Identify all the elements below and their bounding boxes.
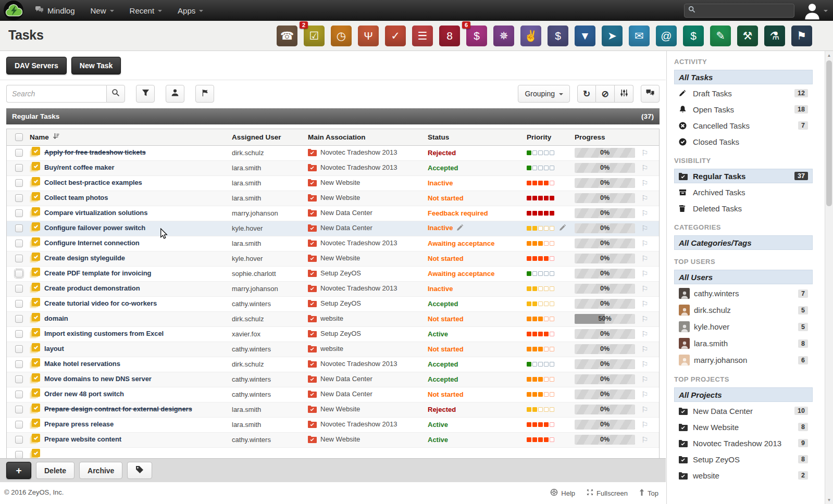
table-row[interactable]: Move domains to new DNS servercathy.wint… [7,372,659,387]
sidebar-item-setup-zeyos[interactable]: Setup ZeyOS8 [674,452,813,467]
filter-button[interactable] [136,85,155,103]
nav-item-recent[interactable]: Recent [122,0,170,21]
flag-icon[interactable]: ⚐ [641,420,648,429]
projects-icon[interactable]: ✓ [385,26,406,46]
association-link[interactable]: Setup ZeyOS [320,269,361,277]
table-row[interactable]: Compare virtualization solutionsmarry.jo… [7,206,659,221]
association-link[interactable]: Novotec Tradeshow 2013 [320,163,397,171]
task-name-link[interactable]: Collect best-practice examples [44,179,142,186]
flag-icon[interactable]: ⚐ [641,163,648,172]
tasks-icon[interactable]: ☑2 [304,26,325,46]
footer-link-help[interactable]: Help [550,488,575,498]
association-link[interactable]: New Website [320,405,360,413]
task-name-link[interactable]: Create product demonstration [44,284,140,292]
footer-link-top[interactable]: Top [639,488,658,498]
nav-item-mindlog[interactable]: Mindlog [27,0,83,21]
refresh-button[interactable]: ↻ [577,85,596,103]
assigned-user-filter-button[interactable] [166,85,184,103]
row-checkbox[interactable] [15,270,23,278]
task-name-link[interactable]: Order new 48 port switch [44,390,124,398]
task-name-link[interactable]: Move domains to new DNS server [44,375,152,383]
table-row[interactable]: Make hotel reservationsdirk.schulzNovote… [7,357,659,372]
flag-icon[interactable]: ⚐ [641,360,648,369]
row-checkbox[interactable] [15,149,23,157]
sidebar-item-open-tasks[interactable]: Open Tasks18 [674,102,813,117]
flag-icon[interactable]: ⚐ [641,194,648,203]
task-name-link[interactable]: Compare virtualization solutions [44,209,147,217]
row-checkbox[interactable] [15,209,23,217]
flag-icon[interactable]: ⚐ [641,179,648,187]
mail-icon[interactable]: ✉ [629,26,650,46]
row-checkbox[interactable] [15,300,23,308]
row-checkbox[interactable] [15,375,23,383]
table-row[interactable]: domaindirk.schulzwebsiteNot started50%⚐ [7,311,659,326]
table-row[interactable]: Collect best-practice exampleslara.smith… [7,175,659,191]
task-name-link[interactable]: Buy/rent coffee maker [44,163,114,171]
select-all-checkbox[interactable] [15,133,23,141]
table-row[interactable]: Prepare press releaselara.smithNovotec T… [7,417,659,432]
sidebar-item-cancelled-tasks[interactable]: Cancelled Tasks7 [674,118,813,133]
billing-icon[interactable]: $ [683,26,704,46]
flag-icon[interactable]: ⚐ [641,405,648,414]
sidebar-item-deleted-tasks[interactable]: Deleted Tasks [674,201,813,216]
association-link[interactable]: Novotec Tradeshow 2013 [320,148,397,156]
global-search[interactable] [684,4,794,18]
table-row[interactable]: Collect team photoslara.smithNew Website… [7,191,659,206]
sidebar-item-cathy-winters[interactable]: cathy.winters7 [674,286,813,301]
scroll-up-arrow[interactable]: ▲ [825,51,833,59]
sidebar-item-all-users[interactable]: All Users [674,270,813,284]
flag-icon[interactable]: ⚐ [641,284,648,293]
settings-sliders-button[interactable] [615,85,633,103]
association-link[interactable]: Novotec Tradeshow 2013 [320,360,397,368]
association-link[interactable]: website [320,314,343,322]
logistics-icon[interactable]: ➤ [602,26,623,46]
sidebar-item-website[interactable]: website2 [674,468,813,483]
sidebar-item-closed-tasks[interactable]: Closed Tasks [674,134,813,149]
sidebar-item-all-categories-tags[interactable]: All Categories/Tags [674,235,813,250]
flag-filter-button[interactable] [195,85,214,103]
flag-icon[interactable]: ⚐ [641,209,648,218]
row-checkbox[interactable] [15,179,23,187]
savings-icon[interactable]: ▼ [575,26,595,46]
scrollbar-thumb[interactable] [826,60,832,206]
flag-icon[interactable]: ⚐ [641,435,648,444]
sidebar-item-marry-johanson[interactable]: marry.johanson6 [674,352,813,368]
row-checkbox[interactable] [15,451,23,459]
flag-icon[interactable]: ⚐ [641,299,648,308]
column-header-progress[interactable]: Progress [575,129,641,145]
association-link[interactable]: New Data Center [320,375,372,383]
nav-item-new[interactable]: New [83,0,122,21]
task-name-link[interactable]: Create tutorial video for co-workers [44,299,157,307]
nav-item-apps[interactable]: Apps [170,0,211,21]
association-link[interactable]: website [320,345,343,352]
group-header[interactable]: Regular Tasks (37) [6,108,660,124]
mailing-lists-icon[interactable]: @ [656,26,677,46]
flag-icon[interactable]: ⚐ [641,148,648,157]
table-row[interactable]: Order new 48 port switchcathy.wintersNew… [7,387,659,402]
sort-icon[interactable] [53,133,59,141]
calendar-icon[interactable]: 8 [439,26,460,46]
global-search-input[interactable] [699,6,782,15]
task-name-link[interactable]: Configure failover power switch [44,224,145,232]
search-button[interactable] [106,85,125,103]
association-link[interactable]: Novotec Tradeshow 2013 [320,420,397,428]
table-row[interactable]: Apply for free tradeshow ticketsdirk.sch… [7,145,659,160]
task-name-link[interactable]: Import existing customers from Excel [44,330,164,337]
time-tracking-icon[interactable]: ◷ [331,26,352,46]
row-checkbox[interactable] [15,285,23,293]
flag-icon[interactable]: ⚐ [641,239,648,248]
association-link[interactable]: New Website [320,435,360,443]
table-row[interactable]: Create design styleguildekyle.hoverNew W… [7,251,659,266]
task-name-link[interactable]: domain [44,314,68,322]
row-checkbox[interactable] [15,315,23,323]
task-name-link[interactable]: Prepare website content [44,435,121,443]
scroll-down-arrow[interactable]: ▼ [825,496,833,504]
grouping-dropdown[interactable]: Grouping [518,85,570,103]
task-name-link[interactable]: Apply for free tradeshow tickets [44,148,146,156]
row-checkbox[interactable] [15,421,23,429]
task-name-link[interactable]: Configure Internet connection [44,239,140,247]
partners-icon[interactable]: ✌ [520,26,541,46]
sidebar-item-all-projects[interactable]: All Projects [674,387,813,402]
flag-icon[interactable]: ⚐ [641,224,648,233]
task-name-link[interactable]: Create PDF template for invoicing [44,269,151,277]
